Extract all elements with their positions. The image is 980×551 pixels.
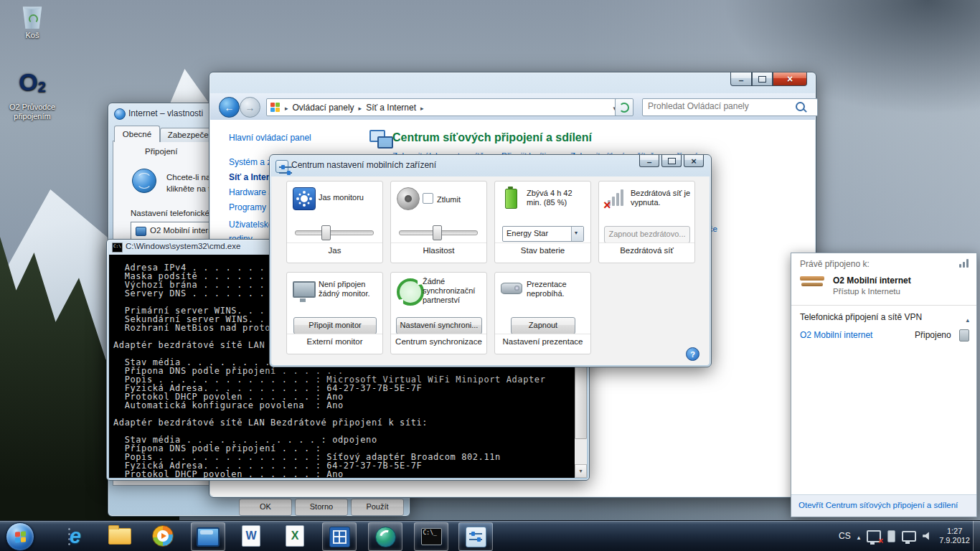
search-icon[interactable]	[796, 102, 805, 111]
presentation-on-button[interactable]: Zapnout	[511, 317, 575, 334]
slider-thumb[interactable]	[321, 225, 331, 240]
chevron-right-icon	[354, 103, 367, 113]
close-button[interactable]	[773, 72, 807, 86]
grid-app-icon	[329, 527, 350, 547]
tile-label: Nastavení prezentace	[495, 334, 590, 354]
apply-button[interactable]: Použít	[351, 499, 404, 516]
taskbar-word-button[interactable]	[235, 522, 268, 550]
tile-external-monitor: Není připojen žádný monitor. Připojit mo…	[286, 272, 383, 354]
sidebar-item-home[interactable]: Hlavní ovládací panel	[229, 133, 311, 143]
tile-brightness: Jas monitoru Jas	[286, 181, 383, 263]
search-input[interactable]: Prohledat Ovládací panely	[642, 98, 818, 116]
breadcrumb[interactable]: Ovládací panely Síť a Internet	[266, 98, 621, 116]
maximize-button[interactable]	[661, 155, 682, 167]
group-label: Připojení	[145, 147, 177, 156]
battery-icon	[505, 189, 517, 209]
mobility-center-icon	[275, 160, 288, 173]
tab-label: Obecné	[123, 130, 151, 138]
desktop-icon-o2-wizard[interactable]: O2 Průvodce připojením	[1, 63, 63, 121]
battery-plan-select[interactable]: Energy Star	[502, 226, 584, 242]
breadcrumb-item-current[interactable]: Síť a Internet	[366, 103, 416, 113]
cancel-button[interactable]: Storno	[295, 499, 348, 516]
desktop-icon-recycle-bin[interactable]: Koš	[7, 4, 57, 40]
network-flyout: Právě připojeno k: O2 Mobilní internet P…	[791, 253, 977, 517]
mute-checkbox[interactable]	[423, 193, 433, 204]
internet-explorer-icon	[70, 524, 81, 548]
taskbar-grid-app-button[interactable]	[322, 522, 357, 551]
forward-button[interactable]	[240, 97, 260, 118]
scroll-down-button[interactable]	[575, 464, 587, 478]
maximize-button[interactable]	[752, 72, 773, 86]
open-network-center-link[interactable]: Otevřít Centrum síťových připojení a sdí…	[798, 501, 958, 509]
close-button[interactable]	[684, 155, 704, 167]
mobility-center-icon	[466, 527, 486, 547]
taskbar-globe-app-button[interactable]	[368, 522, 402, 551]
folder-icon	[108, 528, 131, 545]
word-icon	[242, 525, 260, 547]
back-button[interactable]	[219, 97, 240, 118]
tab-general[interactable]: Obecné	[114, 126, 160, 142]
show-desktop-button[interactable]	[973, 521, 980, 551]
network-icon	[800, 275, 826, 293]
refresh-button[interactable]	[615, 98, 633, 116]
connection-row[interactable]: O2 Mobilní internet Připojeno	[791, 326, 976, 345]
network-signal-icon[interactable]	[958, 259, 969, 269]
clock[interactable]: 1:27 7.9.2012	[939, 527, 970, 545]
hidden-icons-arrow-icon[interactable]	[857, 529, 861, 542]
volume-tray-icon[interactable]	[923, 532, 933, 540]
tile-battery: Zbývá 4 h 42 min. (85 %) Energy Star Sta…	[494, 181, 591, 263]
wireless-enable-button[interactable]: Zapnout bezdrátovo...	[604, 226, 690, 243]
window-title: Centrum nastavení mobilních zařízení	[291, 160, 436, 170]
excel-icon	[286, 525, 304, 547]
tile-label: Bezdrátová síť	[599, 242, 694, 263]
desktop-icon-label: Koš	[7, 31, 57, 40]
collapse-chevron-icon[interactable]	[966, 312, 969, 325]
network-error-tray-icon[interactable]	[867, 530, 881, 542]
speaker-icon	[397, 187, 420, 210]
taskbar: CS 1:27 7.9.2012	[0, 520, 980, 551]
tile-volume: Ztlumit Hlasitost	[390, 181, 487, 263]
selected-plan: Energy Star	[507, 229, 548, 237]
taskbar-o2-dialer-button[interactable]	[191, 522, 225, 551]
slider-thumb[interactable]	[433, 225, 442, 240]
category-heading[interactable]: Centrum síťových připojení a sdílení	[392, 131, 592, 144]
connect-monitor-button[interactable]: Připojit monitor	[293, 317, 377, 334]
network-sharing-icon	[369, 130, 392, 150]
windows-logo-icon	[15, 531, 26, 542]
cmd-icon	[421, 528, 442, 545]
taskbar-excel-button[interactable]	[278, 522, 311, 550]
ok-button[interactable]: OK	[239, 499, 292, 516]
sync-icon	[397, 278, 424, 306]
language-indicator[interactable]: CS	[839, 531, 851, 541]
taskbar-cmd-button[interactable]	[414, 522, 448, 551]
breadcrumb-item-root[interactable]: Ovládací panely	[293, 103, 354, 113]
tile-sync-center: Žádné synchronizační partnerství Nastave…	[390, 272, 487, 354]
monitor-icon	[293, 281, 316, 298]
navigation-bar: Ovládací panely Síť a Internet Prohledat…	[210, 93, 815, 120]
recycle-bin-icon	[22, 4, 43, 29]
chevron-down-icon[interactable]	[571, 227, 583, 241]
tile-status: Není připojen žádný monitor.	[319, 280, 379, 298]
internet-options-icon	[114, 108, 126, 120]
tile-status: Bezdrátová síť je vypnuta.	[631, 189, 691, 207]
tile-status: Žádné synchronizační partnerství	[423, 277, 483, 305]
taskbar-media-player-button[interactable]	[146, 522, 179, 550]
dialog-title: Internet – vlastnosti	[128, 108, 203, 118]
phone-tray-icon[interactable]	[887, 530, 895, 542]
taskbar-mobility-button[interactable]	[458, 522, 493, 551]
brightness-slider[interactable]	[295, 230, 374, 235]
volume-slider[interactable]	[399, 230, 478, 235]
start-button[interactable]	[6, 522, 34, 551]
o2-logo-icon	[1, 63, 63, 100]
display-tray-icon[interactable]	[902, 531, 916, 542]
control-panel-icon	[270, 103, 281, 113]
minimize-button[interactable]	[730, 72, 752, 86]
connection-name[interactable]: O2 Mobilní internet	[800, 330, 872, 340]
taskbar-ie-button[interactable]	[59, 522, 92, 550]
sync-settings-button[interactable]: Nastavení synchroni...	[396, 317, 482, 334]
tile-label: Jas	[287, 242, 382, 263]
help-icon[interactable]	[686, 347, 699, 361]
taskbar-explorer-button[interactable]	[103, 522, 136, 550]
sidebar-item-programs[interactable]: Programy	[229, 202, 266, 212]
minimize-button[interactable]	[639, 155, 659, 167]
